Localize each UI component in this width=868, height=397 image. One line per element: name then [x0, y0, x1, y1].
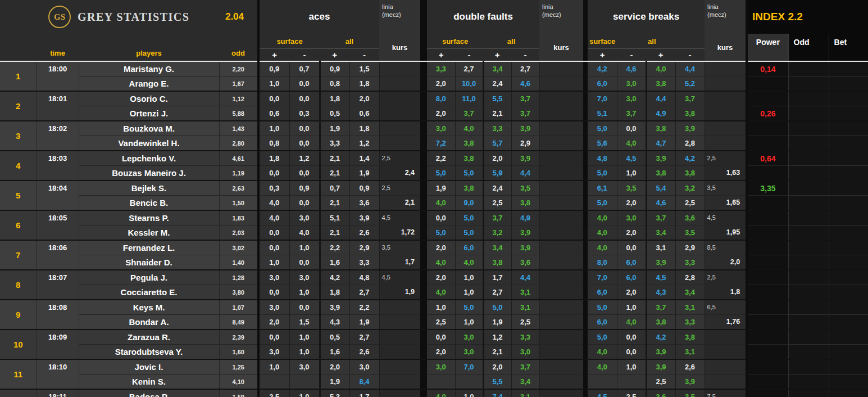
index-odd-cell[interactable]: [788, 270, 829, 285]
player-name: Jovic I.: [79, 359, 219, 375]
index-bet-cell[interactable]: [829, 300, 868, 315]
sb-linia-cell: 6,5: [705, 300, 747, 315]
index-bet-cell[interactable]: [829, 315, 868, 330]
sb-surface-minus-cell: 4,0: [617, 136, 646, 151]
index-odd-cell[interactable]: [788, 240, 829, 255]
df-surface-minus-cell: [455, 375, 483, 390]
index-odd-cell[interactable]: [788, 121, 829, 136]
aces-surface-plus-cell: 3,0: [258, 270, 289, 285]
sb-all-minus-cell: 3,2: [675, 181, 705, 196]
index-odd-cell[interactable]: [788, 91, 829, 106]
aces-surface-plus-cell: 0,0: [258, 225, 289, 241]
aces-all-plus-cell: 1,9: [320, 375, 349, 390]
index-bet-cell[interactable]: [829, 121, 868, 136]
sb-surface-minus-cell: 1,0: [617, 166, 646, 181]
df-all-minus-cell: 3,1: [511, 300, 539, 315]
index-bet-cell[interactable]: [829, 389, 868, 397]
index-bet-cell[interactable]: [829, 330, 868, 345]
player-row: Shnaider D.1,401,00,01,63,31,74,04,03,83…: [0, 255, 868, 270]
df-all-header: all: [483, 34, 539, 49]
df-kurs-cell: [539, 375, 583, 390]
index-bet-cell[interactable]: [829, 345, 868, 360]
index-odd-cell[interactable]: [788, 285, 829, 300]
power-cell: 0,64: [747, 151, 788, 166]
index-odd-cell[interactable]: [788, 181, 829, 196]
aces-surface-minus-cell: 3,0: [289, 210, 320, 225]
match-time: 18:05: [37, 210, 79, 240]
player-row: Arango E.1,671,00,00,81,82,010,02,44,66,…: [0, 76, 868, 92]
index-bet-cell[interactable]: [829, 375, 868, 390]
index-odd-cell[interactable]: [788, 330, 829, 345]
sb-linia-value: 8,5: [705, 241, 746, 255]
aces-surface-minus-cell: 0,0: [289, 300, 320, 315]
index-bet-cell[interactable]: [829, 76, 868, 92]
sb-surface-plus-cell: 4,8: [588, 151, 617, 166]
sb-all-minus-cell: 3,1: [675, 345, 705, 360]
player-odd: 1,28: [219, 270, 258, 285]
sb-surface-plus-cell: 7,0: [588, 91, 617, 106]
index-bet-cell[interactable]: [829, 255, 868, 270]
index-bet-cell[interactable]: [829, 181, 868, 196]
aces-all-minus-cell: 1,4: [349, 151, 379, 166]
index-odd-cell[interactable]: [788, 106, 829, 121]
index-odd-cell[interactable]: [788, 210, 829, 225]
index-odd-cell[interactable]: [788, 166, 829, 181]
sb-all-minus-cell: 3,8: [675, 166, 705, 181]
sb-surface-plus-cell: 5,1: [588, 106, 617, 121]
aces-kurs-header: kurs: [379, 34, 420, 61]
index-odd-cell[interactable]: [788, 225, 829, 241]
df-kurs-cell: [539, 76, 583, 92]
power-cell: 3,35: [747, 181, 788, 196]
power-cell: [747, 389, 788, 397]
index-bet-cell[interactable]: [829, 270, 868, 285]
aces-surface-plus-cell: 3,0: [258, 345, 289, 360]
aces-surface-minus-cell: 0,0: [289, 196, 320, 211]
sb-surface-minus-cell: 4,6: [617, 61, 646, 76]
index-bet-cell[interactable]: [829, 136, 868, 151]
player-name: Badosa P.: [79, 389, 219, 397]
df-surface-minus-cell: 3,8: [455, 136, 483, 151]
sb-linia-cell: [705, 61, 747, 76]
index-bet-cell[interactable]: [829, 91, 868, 106]
index-bet-cell[interactable]: [829, 359, 868, 375]
aces-linia-cell: [379, 121, 420, 136]
column-gap: [420, 240, 427, 270]
player-odd: 1,60: [219, 345, 258, 360]
aces-kurs-cell: 1,7: [379, 255, 420, 270]
index-bet-cell[interactable]: [829, 285, 868, 300]
index-odd-cell[interactable]: [788, 300, 829, 315]
index-odd-cell[interactable]: [788, 196, 829, 211]
index-bet-cell[interactable]: [829, 166, 868, 181]
index-odd-cell[interactable]: [788, 315, 829, 330]
aces-surface-minus-cell: 0,0: [289, 255, 320, 270]
index-odd-cell[interactable]: [788, 345, 829, 360]
aces-kurs-cell: [379, 375, 420, 390]
match-time: 18:04: [37, 181, 79, 210]
aces-linia-cell: [379, 91, 420, 106]
index-odd-cell[interactable]: [788, 76, 829, 92]
index-odd-cell[interactable]: [788, 255, 829, 270]
index-odd-cell[interactable]: [788, 136, 829, 151]
power-cell: [747, 76, 788, 92]
index-bet-cell[interactable]: [829, 210, 868, 225]
df-all-minus-cell: 3,3: [511, 330, 539, 345]
index-odd-cell[interactable]: [788, 375, 829, 390]
match-number: 9: [0, 300, 37, 330]
index-bet-cell[interactable]: [829, 61, 868, 76]
index-bet-cell[interactable]: [829, 106, 868, 121]
index-odd-cell[interactable]: [788, 359, 829, 375]
aces-linia-cell: [379, 359, 420, 375]
index-bet-cell[interactable]: [829, 240, 868, 255]
sb-all-minus-cell: 3,7: [675, 91, 705, 106]
sb-surface-minus-cell: 4,0: [617, 315, 646, 330]
index-odd-cell[interactable]: [788, 61, 829, 76]
index-odd-cell[interactable]: [788, 389, 829, 397]
df-surface-minus-cell: 1,0: [455, 285, 483, 300]
index-bet-cell[interactable]: [829, 225, 868, 241]
index-odd-cell[interactable]: [788, 151, 829, 166]
sb-surface-plus-cell: 6,1: [588, 181, 617, 196]
index-bet-cell[interactable]: [829, 196, 868, 211]
player-name: Shnaider D.: [79, 255, 219, 270]
index-bet-cell[interactable]: [829, 151, 868, 166]
aces-surface-plus-cell: [258, 375, 289, 390]
